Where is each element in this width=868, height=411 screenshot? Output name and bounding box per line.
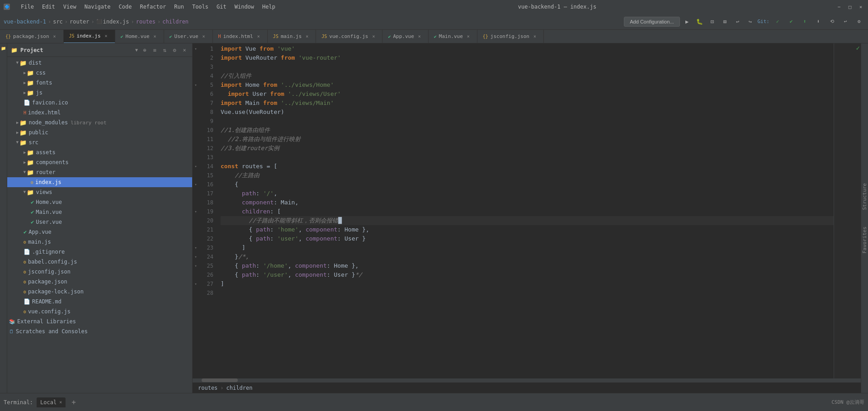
fold-gutter-25[interactable]: ▾ [193,261,199,270]
tree-item-assets[interactable]: ▶📁assets [7,147,192,157]
breadcrumb-router[interactable]: router [70,19,89,25]
code-line-25[interactable]: { path: '/home', component: Home }, [221,261,834,270]
fold-gutter-24[interactable]: ▾ [193,252,199,261]
tab-index-js[interactable]: JSindex.js× [64,30,115,43]
tab-package-json[interactable]: {}package.json× [0,30,64,43]
favorites-label[interactable]: Favorites [862,223,868,257]
code-line-16[interactable]: { [221,180,834,189]
tree-item-public[interactable]: ▶📁public [7,128,192,137]
fold-gutter-12[interactable] [193,144,199,153]
code-line-14[interactable]: const routes = [ [221,162,834,171]
tree-item-user-vue-file[interactable]: ✔User.vue [7,217,192,227]
code-line-20[interactable]: //子路由不能带斜杠，否则会报错█ [221,216,834,225]
fold-gutter-21[interactable] [193,225,199,234]
tree-item-router-folder[interactable]: ▶📁router [7,167,192,177]
tree-item-package-lock-file[interactable]: ⚙package-lock.json [7,287,192,297]
profile-button[interactable]: ⊞ [720,16,731,27]
close-panel-icon[interactable]: × [180,46,189,54]
terminal-tab[interactable]: Local × [37,397,66,407]
tree-item-babel-config[interactable]: ⚙babel.config.js [7,257,192,267]
fold-gutter-13[interactable] [193,153,199,162]
fold-gutter-22[interactable] [193,234,199,243]
sort-icon[interactable]: ⇅ [160,46,169,54]
menu-item-refactor[interactable]: Refactor [136,3,170,11]
code-line-17[interactable]: path: '/', [221,189,834,198]
menu-bar[interactable]: FileEditViewNavigateCodeRefactorRunTools… [17,3,279,11]
git-settings-button[interactable]: ⚙ [854,16,864,27]
menu-item-navigate[interactable]: Navigate [81,3,114,11]
tab-close-button[interactable]: × [416,33,423,40]
code-line-11[interactable]: //2.将路由与组件进行映射 [221,135,834,144]
code-line-18[interactable]: component: Main, [221,198,834,207]
breadcrumb-routes[interactable]: routes [136,19,156,25]
fold-gutter-4[interactable] [193,71,199,80]
tab-main-js[interactable]: JSmain.js× [268,30,316,43]
tab-close-button[interactable]: × [201,33,207,40]
tab-close-button[interactable]: × [255,33,262,40]
fold-gutter-7[interactable] [193,99,199,108]
code-line-19[interactable]: children: [ [221,207,834,216]
code-line-5[interactable]: import Home from '../views/Home' [221,80,834,90]
breadcrumb-children[interactable]: children [162,19,189,25]
code-line-1[interactable]: import Vue from 'vue' [221,44,834,53]
tab-close-button[interactable]: × [465,33,472,40]
fold-gutter-15[interactable] [193,171,199,180]
code-line-28[interactable] [221,288,834,298]
tree-item-scratches[interactable]: 🗒Scratches and Consoles [7,326,192,336]
code-line-10[interactable]: //1.创建路由组件 [221,126,834,135]
project-strip-icon[interactable]: 📁 [0,45,7,52]
tree-item-home-vue-file[interactable]: ✔Home.vue [7,197,192,207]
git-update-button[interactable]: ✔ [786,16,797,27]
code-content[interactable]: import Vue from 'vue'import VueRouter fr… [217,43,834,378]
fold-gutter-9[interactable] [193,117,199,126]
fold-gutter-16[interactable]: ▾ [193,180,199,189]
settings-icon[interactable]: ⚙ [170,46,179,54]
fold-gutter-11[interactable] [193,135,199,144]
git-check-button[interactable]: ✓ [772,16,783,27]
tab-main-vue[interactable]: ✔Main.vue× [429,30,477,43]
git-push-button[interactable]: ⬆ [799,16,810,27]
fold-gutter-27[interactable]: ▾ [193,279,199,288]
tree-item-vue-config-file[interactable]: ⚙vue.config.js [7,307,192,317]
tree-item-package-json-file[interactable]: ⚙package.json [7,277,192,287]
tree-item-dist[interactable]: ▶📁dist [7,58,192,68]
coverage-button[interactable]: ⊡ [707,16,718,27]
fold-gutter-26[interactable] [193,270,199,279]
panel-dropdown[interactable]: ▼ [135,47,138,52]
fold-gutter-18[interactable] [193,198,199,207]
git-rollback-button[interactable]: ↩ [840,16,851,27]
terminal-add-button[interactable]: + [69,398,78,407]
tree-item-css[interactable]: ▶📁css [7,68,192,78]
breadcrumb-file[interactable]: ⬛ index.js [96,19,129,25]
tree-item-node_modules[interactable]: ▶📁node_moduleslibrary root [7,118,192,128]
fold-gutter-14[interactable]: ▾ [193,162,199,171]
git-pull-button[interactable]: ⬇ [813,16,824,27]
fold-gutter-5[interactable]: ▾ [193,80,199,90]
add-configuration-button[interactable]: Add Configuration... [624,17,679,27]
tab-vue-config[interactable]: JSvue.config.js× [316,30,382,43]
tab-app-vue[interactable]: ✔App.vue× [382,30,428,43]
tab-home-vue[interactable]: ✔Home.vue× [115,30,164,43]
minimize-button[interactable]: − [835,3,843,10]
tab-close-button[interactable]: × [532,33,538,40]
maximize-button[interactable]: □ [846,3,854,10]
debug-button[interactable]: 🐛 [694,16,705,27]
fold-gutter-8[interactable] [193,108,199,117]
tab-index-html[interactable]: Hindex.html× [213,30,268,43]
menu-item-code[interactable]: Code [115,3,136,11]
fold-gutter-23[interactable]: ▾ [193,243,199,252]
fold-gutter-19[interactable]: ▾ [193,207,199,216]
tab-close-button[interactable]: × [52,33,58,40]
run-button[interactable]: ▶ [682,16,693,27]
tab-close-button[interactable]: × [370,33,377,40]
code-line-4[interactable]: //引入组件 [221,71,834,80]
code-line-21[interactable]: { path: 'home', component: Home }, [221,225,834,234]
tree-item-src-folder[interactable]: ▶📁src [7,137,192,147]
tree-item-app-vue-file[interactable]: ✔App.vue [7,227,192,237]
code-line-9[interactable] [221,117,834,126]
code-line-8[interactable]: Vue.use(VueRouter) [221,108,834,117]
code-line-15[interactable]: //主路由 [221,171,834,180]
code-line-22[interactable]: { path: 'user', component: User } [221,234,834,243]
fold-gutter-3[interactable] [193,62,199,71]
tab-close-button[interactable]: × [304,33,310,40]
